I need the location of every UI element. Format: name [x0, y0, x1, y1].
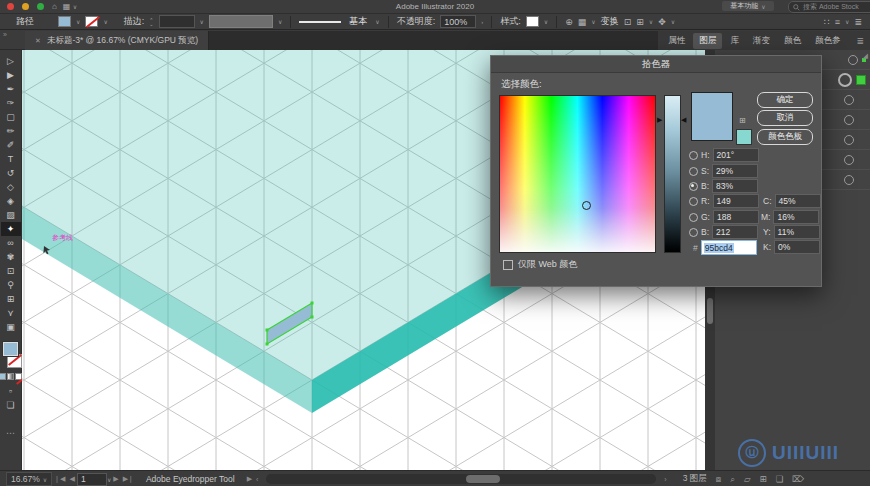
- artboard-tool[interactable]: ⊡: [1, 264, 21, 278]
- toolbar-stroke-swatch[interactable]: [7, 354, 22, 368]
- brightness-slider[interactable]: [664, 95, 681, 253]
- screen-mode-icon[interactable]: ❏: [1, 398, 21, 412]
- style-dropdown[interactable]: ∨: [544, 18, 548, 25]
- target-circle-icon[interactable]: [844, 95, 854, 105]
- dialog-title[interactable]: 拾色器: [491, 56, 821, 73]
- panel-tab-5[interactable]: 颜色参: [809, 33, 847, 49]
- h-radio[interactable]: [689, 151, 698, 160]
- adobe-stock-search[interactable]: 搜索 Adobe Stock: [788, 1, 870, 13]
- fill-color-swatch[interactable]: [58, 16, 71, 27]
- b-field[interactable]: 83%: [712, 179, 758, 193]
- locate-icon[interactable]: ⌕: [730, 474, 735, 485]
- y-field[interactable]: 11%: [774, 225, 820, 239]
- zoom-level-field[interactable]: 16.67%∨: [6, 472, 52, 486]
- artboard-number-field[interactable]: 1: [77, 473, 107, 486]
- slider-arrow-left[interactable]: ▶: [657, 116, 662, 124]
- collect-icon[interactable]: ⧈: [716, 474, 721, 485]
- opacity-field[interactable]: 100%: [440, 15, 476, 28]
- slider-arrow-right[interactable]: ◀: [681, 116, 686, 124]
- pencil-tool[interactable]: ✏: [1, 124, 21, 138]
- hscroll-right-arrow[interactable]: ›: [664, 476, 666, 483]
- s-radio[interactable]: [689, 167, 698, 176]
- stroke-color-swatch[interactable]: [85, 16, 98, 27]
- panel-tab-3[interactable]: 渐变: [747, 33, 776, 49]
- panel-tab-1[interactable]: 图层: [693, 33, 722, 49]
- none-button[interactable]: [15, 373, 22, 380]
- stroke-weight-field[interactable]: [159, 15, 195, 28]
- color-spectrum-field[interactable]: [499, 95, 656, 253]
- g-field[interactable]: 188: [713, 210, 759, 224]
- arrange-icon[interactable]: ∷: [824, 17, 830, 27]
- brush-definition[interactable]: 基本: [346, 16, 370, 27]
- curvature-tool[interactable]: ✑: [1, 96, 21, 110]
- draw-mode-icon[interactable]: ▫: [1, 384, 21, 398]
- web-safe-swatch[interactable]: [736, 129, 752, 145]
- paintbrush-tool[interactable]: ✐: [1, 138, 21, 152]
- panel-tab-4[interactable]: 颜色: [778, 33, 807, 49]
- h-field[interactable]: 201°: [713, 148, 759, 162]
- cancel-button[interactable]: 取消: [757, 110, 813, 126]
- panel-tab-2[interactable]: 库: [724, 33, 745, 49]
- color-swatches-button[interactable]: 颜色色板: [757, 129, 813, 145]
- delete-icon[interactable]: ⌦: [792, 474, 804, 485]
- r-radio[interactable]: [689, 197, 698, 206]
- target-circle-icon[interactable]: [844, 155, 854, 165]
- target-circle-icon[interactable]: [848, 55, 858, 65]
- edit-toolbar-icon[interactable]: ⋯: [1, 426, 21, 440]
- web-color-cube-icon[interactable]: ⊞: [739, 116, 746, 125]
- eyedropper-tool[interactable]: ✦: [1, 222, 21, 236]
- target-circle-icon[interactable]: [838, 73, 852, 87]
- fill-color-dropdown[interactable]: ∨: [76, 18, 80, 25]
- next-artboard-button[interactable]: ▶: [113, 475, 118, 483]
- brush-dropdown[interactable]: ∨: [375, 18, 379, 25]
- web-only-checkbox[interactable]: 仅限 Web 颜色: [503, 258, 577, 271]
- target-circle-icon[interactable]: [844, 175, 854, 185]
- type-tool[interactable]: T: [1, 152, 21, 166]
- transform-label[interactable]: 变换: [601, 15, 619, 28]
- gradient-tool[interactable]: ▨: [1, 208, 21, 222]
- color-button[interactable]: [0, 373, 6, 380]
- new-layer-icon[interactable]: ❏: [776, 474, 784, 485]
- shape-properties-icon[interactable]: ✥: [658, 17, 666, 27]
- eraser-tool[interactable]: ◇: [1, 180, 21, 194]
- selection-tool[interactable]: ▷: [1, 54, 21, 68]
- horizontal-scrollbar-thumb[interactable]: [466, 475, 500, 483]
- prev-artboard-button[interactable]: ◀: [70, 475, 75, 483]
- gradient-button[interactable]: [7, 373, 14, 380]
- options-menu-icon[interactable]: ≣: [854, 17, 862, 27]
- hex-field[interactable]: 95bcd4: [701, 240, 757, 255]
- document-setup-icon[interactable]: ⊕: [565, 17, 573, 27]
- c-field[interactable]: 45%: [775, 194, 821, 208]
- shape-builder-tool[interactable]: ◈: [1, 194, 21, 208]
- opacity-panel-arrow[interactable]: ›: [481, 19, 483, 25]
- workspace-switcher-button[interactable]: 基本功能∨: [722, 1, 774, 11]
- rotate-tool[interactable]: ↺: [1, 166, 21, 180]
- target-circle-icon[interactable]: [844, 115, 854, 125]
- status-expand-arrow[interactable]: ▶: [247, 475, 252, 483]
- vertical-scrollbar-thumb[interactable]: [707, 298, 713, 324]
- slice-tool[interactable]: ⊞: [1, 292, 21, 306]
- b2-radio[interactable]: [689, 228, 698, 237]
- s-field[interactable]: 29%: [712, 164, 758, 178]
- shaper-tool[interactable]: ▢: [1, 110, 21, 124]
- bounding-box-icon[interactable]: ⊡: [624, 17, 632, 27]
- spectrum-marker[interactable]: [582, 201, 591, 210]
- width-profile-dropdown[interactable]: ∨: [278, 18, 282, 25]
- width-profile-field[interactable]: [209, 15, 273, 28]
- r-field[interactable]: 149: [713, 194, 759, 208]
- close-tab-icon[interactable]: ✕: [35, 37, 41, 45]
- checkbox-icon[interactable]: [503, 260, 513, 270]
- k-field[interactable]: 0%: [774, 240, 820, 254]
- zoom-tool[interactable]: ⚲: [1, 278, 21, 292]
- pen-tool[interactable]: ✒: [1, 82, 21, 96]
- style-swatch[interactable]: [526, 16, 539, 27]
- mask-icon[interactable]: ▱: [744, 474, 751, 485]
- symbol-sprayer-tool[interactable]: ✾: [1, 250, 21, 264]
- ok-button[interactable]: 确定: [757, 92, 813, 108]
- b2-field[interactable]: 212: [712, 225, 758, 239]
- direct-selection-tool[interactable]: ▶: [1, 68, 21, 82]
- toolbar-collapse-chevron[interactable]: »: [0, 31, 25, 50]
- join-tool[interactable]: ⋎: [1, 306, 21, 320]
- artboard-dropdown[interactable]: ∨: [107, 476, 111, 483]
- panel-tab-0[interactable]: 属性: [662, 33, 691, 49]
